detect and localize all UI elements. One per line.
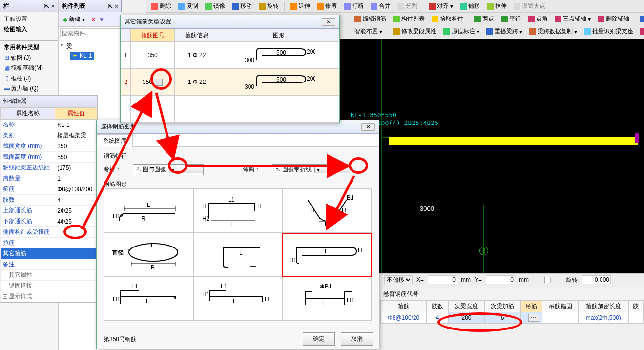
dlg1-r2-val[interactable]: 350 ⋯: [131, 69, 175, 96]
prop-val[interactable]: [55, 227, 97, 238]
search-input[interactable]: [60, 28, 123, 38]
pin-icon[interactable]: ⇱: [108, 3, 113, 10]
prop-name[interactable]: 类别: [1, 130, 55, 141]
prop-name[interactable]: 轴线距梁左边线距: [1, 163, 55, 173]
dlg1-r2-info[interactable]: 1 Φ 22: [175, 69, 219, 96]
prop-val[interactable]: 楼层框架梁: [55, 130, 97, 141]
delete-button[interactable]: 删除: [148, 0, 174, 12]
del-aux-button[interactable]: 删除辅轴: [595, 13, 632, 24]
shape-5[interactable]: L—: [193, 233, 283, 277]
offset-select[interactable]: 不偏移: [384, 275, 413, 284]
mod-seg-button[interactable]: 修改梁段属性: [390, 26, 439, 37]
raft-node[interactable]: ▦筏板基础(M): [2, 63, 56, 73]
btable-th[interactable]: 箍筋: [381, 301, 427, 312]
prop-val[interactable]: 550: [55, 152, 97, 163]
bt-dense[interactable]: max(2*h,500): [578, 312, 628, 324]
kl1-item[interactable]: ☀KL-1: [70, 52, 94, 60]
prop-name[interactable]: 上部通长筋: [1, 206, 55, 216]
prop-name[interactable]: 箍筋: [1, 184, 55, 195]
close-icon[interactable]: ✕: [361, 123, 375, 131]
copy-span-button[interactable]: 梁跨数据复制▾: [526, 26, 580, 37]
prop-val[interactable]: Φ8@100/200: [55, 184, 97, 195]
extend-button[interactable]: 延伸: [287, 0, 313, 12]
dlg1-th1[interactable]: 箍筋图号: [131, 29, 175, 42]
pin-icon[interactable]: ⇱: [44, 3, 49, 10]
proj-settings[interactable]: 工程设置: [2, 14, 56, 24]
hook-combo[interactable]: 5. 圆弧带折线▾: [272, 164, 349, 175]
shape-1[interactable]: H1LR: [104, 189, 193, 233]
rotate-input[interactable]: [582, 275, 611, 284]
chevron-down-icon[interactable]: ▾: [169, 166, 203, 173]
prop-name[interactable]: 其它箍筋: [1, 248, 55, 259]
batch-rec-button[interactable]: 批量识别梁支座: [581, 26, 636, 37]
prop-name[interactable]: 跨数量: [1, 173, 55, 184]
bt-stirrup[interactable]: Φ8@100/20: [381, 312, 427, 324]
dlg1-r1-val[interactable]: 350: [131, 42, 175, 69]
prop-val[interactable]: [55, 259, 97, 270]
axis-node[interactable]: ⊞轴网 (J): [2, 53, 56, 63]
prop-name[interactable]: 名称: [1, 120, 55, 130]
ellipsis-button[interactable]: ⋯: [154, 79, 163, 86]
prop-name[interactable]: 截面宽度 (mm): [1, 141, 55, 152]
dlg1-r1-info[interactable]: 1 Φ 22: [175, 42, 219, 69]
prop-val[interactable]: 350: [55, 141, 97, 152]
draw-input[interactable]: 绘图输入: [2, 24, 56, 35]
prop-name[interactable]: 侧面构造或受扭筋: [1, 227, 55, 238]
bt-width[interactable]: 200: [449, 312, 485, 324]
move-button[interactable]: 移动: [229, 0, 255, 12]
edit-rebar-button[interactable]: 编辑钢筋: [352, 13, 389, 24]
tab-system-lib[interactable]: 系统图库: [97, 134, 133, 147]
prop-val[interactable]: 4: [55, 195, 97, 206]
shape-2[interactable]: H1H2L1HL: [193, 189, 283, 233]
smart-button[interactable]: 智能布置▾: [352, 26, 385, 37]
close-icon[interactable]: ×: [51, 3, 55, 10]
prop-name[interactable]: 肢数: [1, 195, 55, 206]
prop-val[interactable]: [55, 248, 97, 259]
bt-add[interactable]: 6: [484, 312, 520, 324]
shape-4[interactable]: 直径LB: [104, 233, 193, 277]
close-icon[interactable]: ×: [115, 3, 118, 10]
y-input[interactable]: [486, 275, 515, 284]
shape-7[interactable]: H1L1L: [104, 277, 193, 321]
prop-val[interactable]: 2Φ25: [55, 206, 97, 216]
two-point-button[interactable]: 两点: [471, 13, 497, 24]
comp-list-button[interactable]: 构件列表: [390, 13, 428, 24]
copy-button[interactable]: 复制: [175, 0, 201, 12]
btable-th[interactable]: 箍筋加密长度: [578, 301, 628, 312]
bt-legs[interactable]: 4: [427, 312, 449, 324]
offset-button[interactable]: 偏移: [457, 0, 483, 12]
ellipsis-button[interactable]: ⋯: [528, 314, 539, 322]
frame-col-node[interactable]: ▯框柱 (J): [2, 73, 56, 83]
shape-9[interactable]: ✱B1LH1: [282, 277, 372, 321]
mirror-button[interactable]: 镜像: [202, 0, 228, 12]
prop-name[interactable]: 拉筋: [1, 238, 55, 248]
btable-th[interactable]: 次梁加筋: [484, 301, 520, 312]
chevron-down-icon[interactable]: ▾: [314, 166, 349, 173]
btable-th[interactable]: 吊筋锚固: [542, 301, 579, 312]
prop-name[interactable]: 备注: [1, 259, 55, 270]
dim-button[interactable]: 尺寸标: [637, 13, 644, 24]
prop-val[interactable]: [55, 238, 97, 248]
beam-tree-node[interactable]: 梁: [61, 41, 120, 52]
rotate-check[interactable]: [533, 277, 562, 283]
filter-icon[interactable]: ▼: [99, 16, 104, 23]
break-button[interactable]: 打断: [341, 0, 367, 12]
ok-button[interactable]: 确定: [303, 332, 335, 346]
btable-th[interactable]: 肢数: [427, 301, 449, 312]
btable-th[interactable]: 吊筋: [520, 301, 542, 312]
merge-button[interactable]: 合并: [368, 0, 394, 12]
relabel-button[interactable]: 重提梁跨▾: [483, 26, 525, 37]
prop-expand[interactable]: +其它属性: [1, 270, 97, 281]
shape-3[interactable]: B1HHB: [282, 189, 372, 233]
trim-button[interactable]: 修剪: [314, 0, 340, 12]
bt-z[interactable]: [628, 312, 643, 324]
x-input[interactable]: [428, 275, 457, 284]
prop-expand[interactable]: +锚固搭接: [1, 281, 97, 291]
vertex-button[interactable]: 点角: [525, 13, 551, 24]
parallel-button[interactable]: 平行: [498, 13, 524, 24]
inplace-button[interactable]: 原位标注▾: [440, 26, 482, 37]
btable-th[interactable]: 次梁宽度: [449, 301, 485, 312]
btable-th[interactable]: 肢: [628, 301, 643, 312]
shape-6-selected[interactable]: H1LH: [282, 233, 372, 277]
shear-wall-node[interactable]: ▬剪力墙 (Q): [2, 83, 56, 94]
